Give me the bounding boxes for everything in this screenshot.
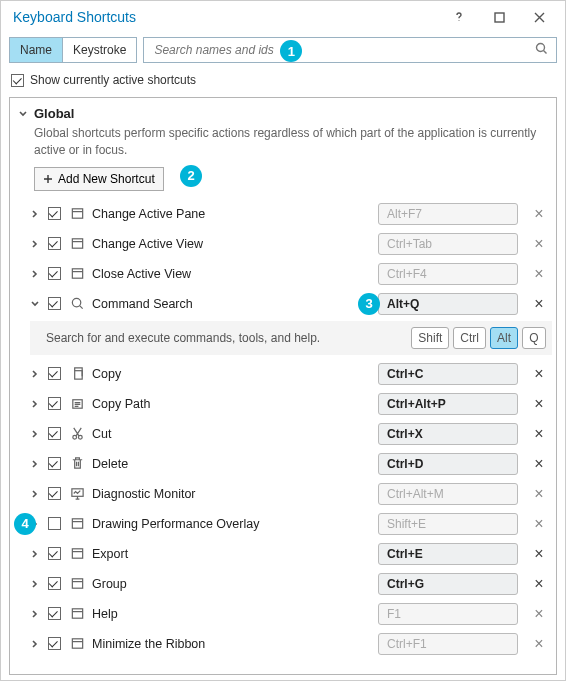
monitor-icon (68, 486, 86, 501)
chevron-right-icon[interactable] (30, 609, 40, 619)
copy-icon (68, 366, 86, 381)
row-label: Change Active Pane (92, 207, 372, 221)
svg-rect-11 (72, 519, 82, 528)
keycap-alt[interactable]: Alt (490, 327, 518, 349)
command-search-description: Search for and execute commands, tools, … (46, 331, 407, 345)
maximize-button[interactable] (479, 1, 519, 33)
shortcut-row: CopyCtrl+C× (16, 359, 552, 389)
keycap-shift[interactable]: Shift (411, 327, 449, 349)
keycap-ctrl[interactable]: Ctrl (453, 327, 486, 349)
remove-shortcut-button[interactable]: × (534, 576, 543, 592)
shortcut-field[interactable]: Ctrl+F4 (378, 263, 518, 285)
search-input[interactable] (152, 42, 535, 58)
svg-rect-12 (72, 549, 82, 558)
help-button[interactable] (439, 1, 479, 33)
row-label: Cut (92, 427, 372, 441)
shortcut-field[interactable]: F1 (378, 603, 518, 625)
shortcut-field[interactable]: Ctrl+X (378, 423, 518, 445)
row-label: Delete (92, 457, 372, 471)
tab-keystroke[interactable]: Keystroke (63, 38, 136, 62)
remove-shortcut-button[interactable]: × (534, 636, 543, 652)
chevron-right-icon[interactable] (30, 519, 40, 529)
chevron-right-icon[interactable] (30, 579, 40, 589)
row-label: Export (92, 547, 372, 561)
remove-shortcut-button[interactable]: × (534, 456, 543, 472)
shortcut-field[interactable]: Ctrl+Alt+P (378, 393, 518, 415)
remove-shortcut-button[interactable]: × (534, 396, 543, 412)
remove-shortcut-button[interactable]: × (534, 426, 543, 442)
shortcut-field[interactable]: Ctrl+D (378, 453, 518, 475)
shortcut-field[interactable]: Ctrl+G (378, 573, 518, 595)
trash-icon (68, 456, 86, 471)
chevron-down-icon (18, 109, 28, 119)
copypath-icon (68, 396, 86, 411)
shortcut-field[interactable]: Ctrl+C (378, 363, 518, 385)
row-label: Close Active View (92, 267, 372, 281)
tab-name[interactable]: Name (10, 38, 63, 62)
row-enable-checkbox[interactable] (48, 547, 61, 560)
chevron-right-icon[interactable] (30, 239, 40, 249)
chevron-right-icon[interactable] (30, 269, 40, 279)
row-enable-checkbox[interactable] (48, 457, 61, 470)
shortcut-row: DeleteCtrl+D× (16, 449, 552, 479)
command-search-detail: Search for and execute commands, tools, … (30, 321, 552, 355)
remove-shortcut-button[interactable]: × (534, 546, 543, 562)
window-icon (68, 516, 86, 531)
filter-bar: Name Keystroke 1 (1, 33, 565, 67)
shortcut-field[interactable]: Shift+E (378, 513, 518, 535)
remove-shortcut-button[interactable]: × (534, 266, 543, 282)
shortcut-row: Change Active PaneAlt+F7× (16, 199, 552, 229)
keycap-q[interactable]: Q (522, 327, 546, 349)
chevron-right-icon[interactable] (30, 399, 40, 409)
add-shortcut-button[interactable]: Add New Shortcut (34, 167, 164, 191)
row-enable-checkbox[interactable] (48, 367, 61, 380)
row-label: Help (92, 607, 372, 621)
row-label: Diagnostic Monitor (92, 487, 372, 501)
remove-shortcut-button[interactable]: × (534, 516, 543, 532)
shortcut-field[interactable]: Alt+Q (378, 293, 518, 315)
row-enable-checkbox[interactable] (48, 427, 61, 440)
shortcut-field[interactable]: Ctrl+Alt+M (378, 483, 518, 505)
add-shortcut-label: Add New Shortcut (58, 172, 155, 186)
row-enable-checkbox[interactable] (48, 487, 61, 500)
svg-rect-6 (74, 371, 82, 379)
row-enable-checkbox[interactable] (48, 207, 61, 220)
shortcut-list[interactable]: Global Global shortcuts perform specific… (9, 97, 557, 675)
chevron-right-icon[interactable] (30, 639, 40, 649)
shortcut-row: Command SearchAlt+Q×3 (16, 289, 552, 319)
svg-point-8 (72, 435, 76, 439)
chevron-down-icon[interactable] (30, 299, 40, 309)
shortcut-field[interactable]: Ctrl+Tab (378, 233, 518, 255)
row-enable-checkbox[interactable] (48, 637, 61, 650)
chevron-right-icon[interactable] (30, 459, 40, 469)
chevron-right-icon[interactable] (30, 549, 40, 559)
shortcut-field[interactable]: Ctrl+F1 (378, 633, 518, 655)
group-header[interactable]: Global (16, 104, 552, 123)
shortcut-row: GroupCtrl+G× (16, 569, 552, 599)
remove-shortcut-button[interactable]: × (534, 366, 543, 382)
remove-shortcut-button[interactable]: × (534, 296, 543, 312)
row-enable-checkbox[interactable] (48, 577, 61, 590)
row-enable-checkbox[interactable] (48, 607, 61, 620)
shortcut-row: HelpF1× (16, 599, 552, 629)
remove-shortcut-button[interactable]: × (534, 486, 543, 502)
window-title: Keyboard Shortcuts (13, 9, 439, 25)
row-enable-checkbox[interactable] (48, 297, 61, 310)
shortcut-row: CutCtrl+X× (16, 419, 552, 449)
row-enable-checkbox[interactable] (48, 397, 61, 410)
shortcut-field[interactable]: Alt+F7 (378, 203, 518, 225)
row-enable-checkbox[interactable] (48, 517, 61, 530)
chevron-right-icon[interactable] (30, 209, 40, 219)
shortcut-field[interactable]: Ctrl+E (378, 543, 518, 565)
svg-rect-15 (72, 639, 82, 648)
remove-shortcut-button[interactable]: × (534, 606, 543, 622)
close-button[interactable] (519, 1, 559, 33)
remove-shortcut-button[interactable]: × (534, 206, 543, 222)
chevron-right-icon[interactable] (30, 429, 40, 439)
remove-shortcut-button[interactable]: × (534, 236, 543, 252)
chevron-right-icon[interactable] (30, 369, 40, 379)
row-enable-checkbox[interactable] (48, 237, 61, 250)
chevron-right-icon[interactable] (30, 489, 40, 499)
row-enable-checkbox[interactable] (48, 267, 61, 280)
show-active-checkbox[interactable] (11, 74, 24, 87)
